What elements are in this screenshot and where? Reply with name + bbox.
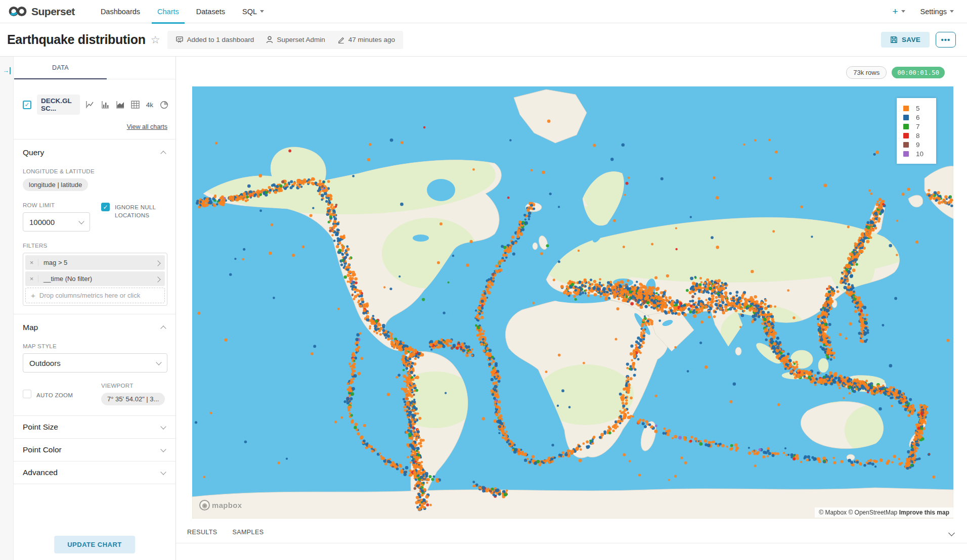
- meta-label: 47 minutes ago: [348, 36, 395, 43]
- settings-menu[interactable]: Settings: [920, 8, 954, 16]
- legend-row[interactable]: 6: [903, 113, 929, 122]
- viewport-label: VIEWPORT: [101, 383, 167, 389]
- chevron-down-icon: [160, 469, 166, 475]
- ignore-null-checkbox[interactable]: ✓: [101, 203, 110, 211]
- lon-lat-chip[interactable]: longitude | latitude: [23, 178, 88, 191]
- nav-item-dashboards[interactable]: Dashboards: [92, 0, 149, 23]
- query-section-title: Query: [23, 148, 44, 157]
- bar-chart-icon[interactable]: [101, 101, 109, 109]
- row-count-badge: 73k rows: [846, 66, 887, 79]
- query-timer-badge: 00:00:01.50: [892, 67, 945, 78]
- row-limit-select[interactable]: 100000: [23, 212, 90, 231]
- mapbox-wordmark: mapbox: [212, 501, 242, 509]
- caret-down-icon: [950, 10, 954, 13]
- improve-map-link[interactable]: Improve this map: [899, 509, 949, 516]
- tab-samples[interactable]: SAMPLES: [233, 529, 264, 536]
- meta-user[interactable]: Superset Admin: [266, 36, 325, 43]
- map-style-select[interactable]: Outdoors: [23, 353, 167, 372]
- chevron-down-icon: [156, 359, 161, 365]
- magnitude-legend: 5678910: [897, 98, 936, 164]
- legend-row[interactable]: 5: [903, 104, 929, 113]
- plus-icon: +: [31, 291, 35, 300]
- settings-label: Settings: [920, 8, 947, 16]
- chart-metadata: Added to 1 dashboardSuperset Admin47 min…: [167, 31, 403, 49]
- page-title: Earthquake distribution: [7, 32, 146, 47]
- filters-label: FILTERS: [23, 243, 167, 249]
- section-point-color[interactable]: Point Color: [14, 439, 175, 461]
- filter-chip[interactable]: ×__time (No filter): [25, 271, 165, 286]
- caret-down-icon: [901, 10, 905, 13]
- collapse-results-chevron[interactable]: [949, 530, 954, 539]
- map-style-value: Outdoors: [29, 359, 61, 367]
- line-chart-icon[interactable]: [85, 101, 95, 109]
- section-advanced[interactable]: Advanced: [14, 461, 175, 484]
- section-point-size[interactable]: Point Size: [14, 416, 175, 438]
- update-chart-button[interactable]: UPDATE CHART: [54, 536, 135, 553]
- auto-zoom-label: AUTO ZOOM: [36, 390, 73, 399]
- chevron-right-icon[interactable]: [156, 258, 165, 267]
- remove-filter-icon[interactable]: ×: [25, 275, 38, 283]
- more-options-button[interactable]: •••: [936, 32, 956, 48]
- meta-dashboard[interactable]: Added to 1 dashboard: [175, 36, 254, 43]
- nav-label: Charts: [157, 0, 179, 23]
- superset-logo[interactable]: Superset: [8, 5, 75, 18]
- filters-box: ×mag > 5×__time (No filter)+Drop columns…: [23, 253, 167, 306]
- legend-value: 7: [916, 123, 920, 130]
- section-title: Point Size: [23, 423, 58, 432]
- viz-type-shortcuts: 4k: [85, 101, 168, 109]
- viz-type-count[interactable]: 4k: [146, 101, 153, 109]
- legend-row[interactable]: 10: [903, 149, 929, 158]
- ignore-null-label: IGNORE NULL LOCATIONS: [115, 203, 161, 219]
- nav-label: Dashboards: [101, 0, 140, 23]
- nav-item-charts[interactable]: Charts: [149, 0, 188, 23]
- mapbox-logo[interactable]: ◉ mapbox: [199, 500, 242, 510]
- chevron-up-icon: [160, 151, 166, 156]
- chart-title-bar: Earthquake distribution ☆ Added to 1 das…: [0, 23, 967, 57]
- app-header: Superset DashboardsChartsDatasetsSQL + S…: [0, 0, 967, 23]
- section-title: Point Color: [23, 445, 62, 454]
- nav-item-datasets[interactable]: Datasets: [188, 0, 234, 23]
- table-icon[interactable]: [131, 101, 140, 109]
- legend-row[interactable]: 8: [903, 131, 929, 140]
- viz-type-label[interactable]: DECK.GL SC...: [37, 95, 80, 115]
- new-item-button[interactable]: +: [892, 6, 905, 17]
- results-panel: RESULTSSAMPLES: [176, 519, 967, 543]
- legend-value: 8: [916, 132, 920, 139]
- viz-type-checkbox[interactable]: ✓: [23, 101, 31, 109]
- nav-item-sql[interactable]: SQL: [234, 0, 273, 23]
- row-limit-label: ROW LIMIT: [23, 202, 101, 208]
- chart-area: 73k rows 00:00:01.50: [176, 57, 967, 560]
- pie-chart-icon[interactable]: [160, 101, 168, 109]
- collapse-panel-icon[interactable]: →: [3, 67, 11, 74]
- tab-results[interactable]: RESULTS: [187, 529, 217, 536]
- viewport-chip[interactable]: 7° 35' 54.02" | 3...: [101, 393, 165, 405]
- chevron-down-icon: [948, 530, 955, 536]
- remove-filter-icon[interactable]: ×: [25, 259, 38, 266]
- auto-zoom-checkbox[interactable]: [23, 390, 31, 398]
- filter-label: __time (No filter): [38, 275, 156, 283]
- panel-tabs: DATA: [14, 57, 175, 79]
- legend-row[interactable]: 7: [903, 122, 929, 131]
- deckgl-map[interactable]: 5678910 ◉ mapbox © Mapbox © OpenStreetMa…: [192, 86, 953, 519]
- nav-label: SQL: [242, 0, 257, 23]
- chevron-right-icon[interactable]: [156, 274, 165, 284]
- favorite-star-icon[interactable]: ☆: [151, 34, 160, 46]
- query-section-header[interactable]: Query: [14, 139, 175, 157]
- plus-icon: +: [892, 6, 898, 17]
- area-chart-icon[interactable]: [116, 101, 124, 109]
- save-button[interactable]: SAVE: [881, 32, 930, 48]
- drop-columns-zone[interactable]: +Drop columns/metrics here or click: [25, 288, 165, 303]
- view-all-charts-link[interactable]: View all charts: [127, 123, 167, 130]
- legend-row[interactable]: 9: [903, 140, 929, 149]
- legend-swatch: [903, 151, 909, 157]
- earthquake-points-layer: [192, 86, 953, 519]
- panel-collapse-strip: →: [0, 57, 14, 560]
- meta-pencil[interactable]: 47 minutes ago: [337, 36, 395, 43]
- map-section-header[interactable]: Map: [14, 314, 175, 332]
- tab-data[interactable]: DATA: [14, 57, 107, 79]
- data-panel: DATA ✓ DECK.GL SC... 4k View all charts …: [14, 57, 176, 560]
- map-style-label: MAP STYLE: [23, 343, 167, 349]
- lon-lat-label: LONGITUDE & LATITUDE: [23, 168, 167, 174]
- filter-label: mag > 5: [38, 259, 156, 266]
- filter-chip[interactable]: ×mag > 5: [25, 255, 165, 270]
